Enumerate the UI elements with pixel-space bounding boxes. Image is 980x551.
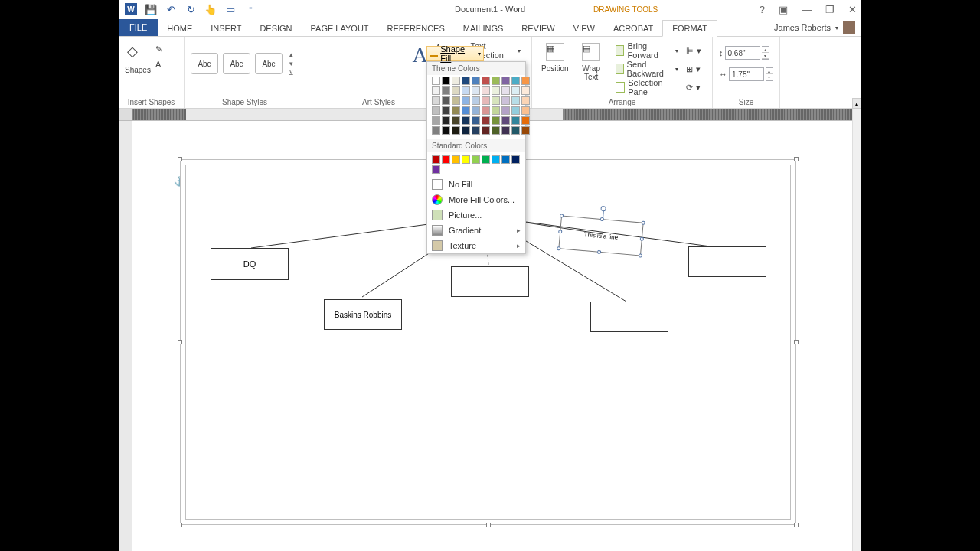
shape-height-input[interactable]: 0.68" xyxy=(725,46,760,60)
color-swatch[interactable] xyxy=(501,116,510,125)
send-backward-button[interactable]: Send Backward▾ xyxy=(616,61,678,77)
color-swatch[interactable] xyxy=(472,106,480,115)
color-swatch[interactable] xyxy=(501,96,510,105)
color-swatch[interactable] xyxy=(452,116,460,125)
color-swatch[interactable] xyxy=(432,126,440,135)
color-swatch[interactable] xyxy=(462,106,470,115)
color-swatch[interactable] xyxy=(482,106,490,115)
color-swatch[interactable] xyxy=(501,106,510,115)
tab-home[interactable]: HOME xyxy=(158,21,201,36)
color-swatch[interactable] xyxy=(462,155,470,164)
color-swatch[interactable] xyxy=(432,155,440,164)
width-spinner[interactable]: ▴▾ xyxy=(766,67,773,81)
color-swatch[interactable] xyxy=(492,106,500,115)
color-swatch[interactable] xyxy=(462,126,470,135)
help-icon[interactable]: ? xyxy=(760,4,765,15)
tab-mailings[interactable]: MAILINGS xyxy=(454,21,513,36)
color-swatch[interactable] xyxy=(432,96,440,105)
color-swatch[interactable] xyxy=(472,77,480,85)
color-swatch[interactable] xyxy=(511,126,520,135)
save-icon[interactable]: 💾 xyxy=(145,3,157,15)
style-preset-1[interactable]: Abc xyxy=(191,53,218,74)
undo-icon[interactable]: ↶ xyxy=(165,3,177,15)
color-swatch[interactable] xyxy=(432,116,440,125)
color-swatch[interactable] xyxy=(472,86,480,95)
color-swatch[interactable] xyxy=(442,96,450,105)
shape-empty-center[interactable] xyxy=(451,266,529,297)
color-swatch[interactable] xyxy=(492,155,500,164)
shapes-button[interactable]: ◇ Shapes xyxy=(125,43,151,74)
color-swatch[interactable] xyxy=(501,126,510,135)
color-swatch[interactable] xyxy=(432,86,440,95)
gallery-more-icon[interactable]: ⊻ xyxy=(287,69,295,77)
minimize-icon[interactable]: ― xyxy=(802,4,812,15)
texture-fill-item[interactable]: Texture ▸ xyxy=(427,238,525,253)
color-swatch[interactable] xyxy=(472,155,480,164)
qat-more-icon[interactable]: ⁼ xyxy=(244,3,256,15)
color-swatch[interactable] xyxy=(432,77,440,85)
selected-shape[interactable]: This is a line xyxy=(558,215,643,256)
color-swatch[interactable] xyxy=(511,96,520,105)
color-swatch[interactable] xyxy=(501,155,510,164)
redo-icon[interactable]: ↻ xyxy=(185,3,197,15)
color-swatch[interactable] xyxy=(462,116,470,125)
color-swatch[interactable] xyxy=(511,86,520,95)
canvas-handle-ne[interactable] xyxy=(794,157,799,161)
color-swatch[interactable] xyxy=(432,165,440,174)
user-account[interactable]: James Roberts ▾ xyxy=(774,21,855,34)
color-swatch[interactable] xyxy=(462,77,470,85)
style-preset-2[interactable]: Abc xyxy=(223,53,250,74)
color-swatch[interactable] xyxy=(482,96,490,105)
color-swatch[interactable] xyxy=(492,126,500,135)
color-swatch[interactable] xyxy=(462,96,470,105)
color-swatch[interactable] xyxy=(521,96,530,105)
tab-acrobat[interactable]: ACROBAT xyxy=(604,21,662,36)
color-swatch[interactable] xyxy=(501,86,510,95)
restore-icon[interactable]: ❐ xyxy=(825,4,835,15)
gallery-up-icon[interactable]: ▴ xyxy=(287,51,295,58)
color-swatch[interactable] xyxy=(442,116,450,125)
color-swatch[interactable] xyxy=(521,116,530,125)
edit-shape-icon[interactable]: ✎ xyxy=(155,44,169,57)
tab-design[interactable]: DESIGN xyxy=(250,21,301,36)
canvas-handle-e[interactable] xyxy=(794,340,799,344)
color-swatch[interactable] xyxy=(492,77,500,85)
gallery-down-icon[interactable]: ▾ xyxy=(287,60,295,67)
color-swatch[interactable] xyxy=(511,77,520,85)
color-swatch[interactable] xyxy=(482,155,490,164)
tab-view[interactable]: VIEW xyxy=(564,21,604,36)
color-swatch[interactable] xyxy=(482,77,490,85)
color-swatch[interactable] xyxy=(432,106,440,115)
color-swatch[interactable] xyxy=(452,126,460,135)
tab-insert[interactable]: INSERT xyxy=(201,21,250,36)
color-swatch[interactable] xyxy=(442,155,450,164)
shape-fill-button[interactable]: Shape Fill ▾ xyxy=(426,46,484,61)
color-swatch[interactable] xyxy=(452,96,460,105)
color-swatch[interactable] xyxy=(521,86,530,95)
color-swatch[interactable] xyxy=(452,86,460,95)
canvas-handle-w[interactable] xyxy=(178,340,182,344)
color-swatch[interactable] xyxy=(442,106,450,115)
canvas-handle-nw[interactable] xyxy=(178,157,182,161)
color-swatch[interactable] xyxy=(492,96,500,105)
color-swatch[interactable] xyxy=(482,86,490,95)
selection-pane-button[interactable]: Selection Pane xyxy=(616,80,678,95)
color-swatch[interactable] xyxy=(521,77,530,85)
tab-format[interactable]: FORMAT xyxy=(662,20,717,37)
color-swatch[interactable] xyxy=(482,126,490,135)
customize-icon[interactable]: ▭ xyxy=(224,3,237,15)
group-button[interactable]: ⊞▾ xyxy=(686,61,701,77)
shape-dq[interactable]: DQ xyxy=(211,248,289,280)
color-swatch[interactable] xyxy=(442,86,450,95)
color-swatch[interactable] xyxy=(452,155,460,164)
shape-empty-right[interactable] xyxy=(590,302,668,332)
color-swatch[interactable] xyxy=(452,77,460,85)
color-swatch[interactable] xyxy=(511,106,520,115)
color-swatch[interactable] xyxy=(511,116,520,125)
color-swatch[interactable] xyxy=(511,155,520,164)
tab-page-layout[interactable]: PAGE LAYOUT xyxy=(302,21,378,36)
color-swatch[interactable] xyxy=(462,86,470,95)
tab-review[interactable]: REVIEW xyxy=(512,21,564,36)
color-swatch[interactable] xyxy=(492,116,500,125)
shape-baskins-robbins[interactable]: Baskins Robbins xyxy=(324,299,402,330)
